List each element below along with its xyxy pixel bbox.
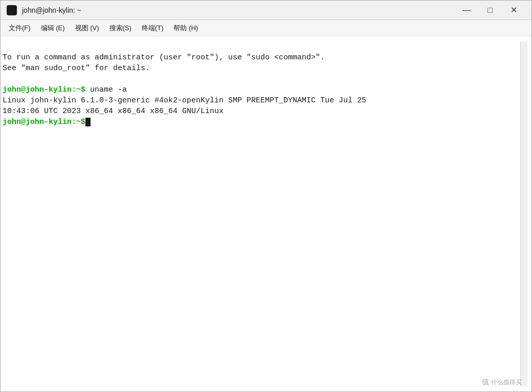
watermark-icon: 值 [482, 378, 489, 387]
window-controls: — □ ✕ [455, 1, 525, 20]
prompt1: john@john-kylin:~$ [3, 85, 85, 94]
terminal-window: john@john-kylin: ~ — □ ✕ 文件(F) 编辑 (E) 视图… [0, 0, 532, 392]
scrollbar[interactable] [520, 41, 527, 386]
sudo-notice-line1: To run a command as administrator (user … [3, 53, 325, 62]
maximize-button[interactable]: □ [478, 1, 502, 20]
menu-edit[interactable]: 编辑 (E) [37, 22, 69, 34]
title-bar: john@john-kylin: ~ — □ ✕ [1, 1, 531, 20]
watermark: 值 什么值得买 [482, 378, 522, 387]
sudo-notice-line2: See "man sudo_root" for details. [3, 64, 150, 73]
menu-file[interactable]: 文件(F) [5, 22, 35, 34]
menu-terminal[interactable]: 终端(T) [138, 22, 168, 34]
app-icon [7, 5, 17, 15]
menu-help[interactable]: 帮助 (H) [169, 22, 202, 34]
command1: uname -a [85, 85, 127, 94]
window-title: john@john-kylin: ~ [22, 6, 455, 14]
terminal-output: To run a command as administrator (user … [3, 41, 520, 386]
prompt2: john@john-kylin:~$ [3, 118, 85, 126]
menu-search[interactable]: 搜索(S) [105, 22, 136, 34]
output-line2: 10:43:06 UTC 2023 x86_64 x86_64 x86_64 G… [3, 107, 224, 116]
output-line1: Linux john-kylin 6.1.0-3-generic #4ok2-o… [3, 96, 366, 105]
cursor [85, 118, 91, 126]
menu-view[interactable]: 视图 (V) [71, 22, 103, 34]
terminal-area[interactable]: To run a command as administrator (user … [1, 36, 531, 391]
close-button[interactable]: ✕ [502, 1, 525, 20]
menu-bar: 文件(F) 编辑 (E) 视图 (V) 搜索(S) 终端(T) 帮助 (H) [1, 20, 531, 36]
watermark-text: 什么值得买 [491, 378, 522, 387]
minimize-button[interactable]: — [455, 1, 478, 20]
